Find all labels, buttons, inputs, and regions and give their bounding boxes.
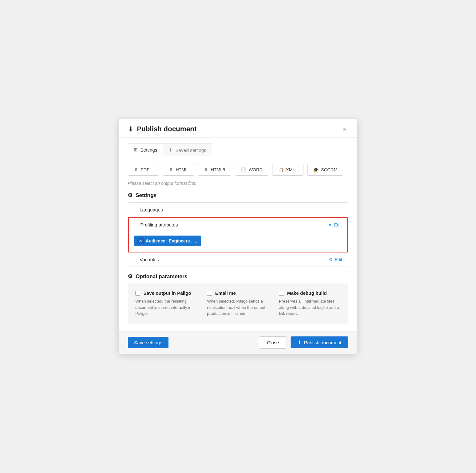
profiling-edit-group[interactable]: ▼ Edit (328, 222, 342, 227)
accordion-variables-left: + Variables (134, 257, 159, 262)
email-me-label: Email me (215, 290, 236, 296)
settings-accordion: + Languages − Profiling attributes ▼ Edi… (128, 202, 348, 267)
debug-build-checkbox[interactable] (279, 291, 284, 296)
settings-tab-icon: ⊞ (134, 147, 138, 153)
settings-section-heading: ⚙ Settings (128, 192, 348, 199)
accordion-profiling-left: − Profiling attributes (134, 222, 178, 227)
html5-icon: 🖥 (204, 167, 208, 172)
profiling-edit-label: Edit (334, 222, 342, 227)
format-word-button[interactable]: 📄 WORD (235, 164, 268, 176)
modal-body: 🗎 PDF 🗎 HTML 🖥 HTML5 📄 WORD 📋 XML 🎓 (119, 156, 357, 331)
settings-tab-label: Settings (140, 147, 157, 153)
modal-title: ⬇ Publish document (128, 125, 197, 133)
scorm-label: SCORM (321, 167, 337, 172)
email-me-header: Email me (207, 290, 269, 296)
xml-icon: 📋 (278, 167, 283, 172)
profiling-label: Profiling attributes (140, 222, 178, 227)
debug-build-label: Make debug build (287, 290, 327, 296)
format-hint: Please select an output format first. (128, 181, 348, 186)
save-settings-button[interactable]: Save settings (128, 337, 168, 348)
accordion-profiling-header[interactable]: − Profiling attributes ▼ Edit (129, 218, 347, 232)
format-scorm-button[interactable]: 🎓 SCORM (307, 164, 343, 176)
gear-icon: ⚙ (329, 257, 333, 262)
tab-settings[interactable]: ⊞ Settings (128, 143, 163, 156)
profiling-toggle-icon: − (134, 222, 137, 227)
accordion-profiling-attributes: − Profiling attributes ▼ Edit ✕ Audience… (128, 217, 348, 252)
modal-title-text: Publish document (137, 125, 197, 133)
scorm-icon: 🎓 (313, 167, 318, 172)
variables-edit-group[interactable]: ⚙ Edit (329, 257, 342, 262)
accordion-variables: + Variables ⚙ Edit (128, 252, 348, 267)
variables-label: Variables (140, 257, 159, 262)
opt-param-debug-build: Make debug build Preserves all intermedi… (279, 290, 341, 317)
format-xml-button[interactable]: 📋 XML (272, 164, 303, 176)
accordion-languages-left: + Languages (134, 207, 163, 212)
variables-toggle-icon: + (134, 257, 137, 262)
accordion-variables-header[interactable]: + Variables ⚙ Edit (128, 252, 348, 267)
tag-audience-label: Audience: (146, 238, 167, 243)
pdf-label: PDF (141, 167, 149, 172)
format-buttons-group: 🗎 PDF 🗎 HTML 🖥 HTML5 📄 WORD 📋 XML 🎓 (128, 164, 348, 176)
publish-button-icon: ⬇ (298, 340, 302, 345)
xml-label: XML (286, 167, 295, 172)
opt-param-email-me: Email me When selected, Paligo sends a n… (207, 290, 269, 317)
html5-label: HTML5 (211, 167, 225, 172)
email-me-checkbox[interactable] (207, 291, 212, 296)
footer-right-actions: Close ⬇ Publish document (259, 336, 348, 349)
tab-saved-settings[interactable]: ⬇ Saved settings (163, 143, 212, 156)
profiling-body: ✕ Audience: Engineers , ... (129, 232, 347, 252)
debug-build-desc: Preserves all intermediate files along w… (279, 298, 341, 317)
filter-icon: ▼ (328, 222, 332, 227)
tag-remove-button[interactable]: ✕ (137, 237, 144, 244)
optional-params-icon: ⚙ (128, 273, 132, 280)
publish-button-label: Publish document (304, 340, 341, 345)
format-html5-button[interactable]: 🖥 HTML5 (198, 164, 231, 176)
save-output-label: Save output in Paligo (143, 290, 191, 296)
publish-button[interactable]: ⬇ Publish document (291, 336, 348, 348)
tag-audience-value: Engineers , ... (169, 238, 197, 243)
publish-document-modal: ⬇ Publish document × ⊞ Settings ⬇ Saved … (119, 119, 357, 354)
accordion-languages: + Languages (128, 203, 348, 217)
tab-bar: ⊞ Settings ⬇ Saved settings (119, 138, 357, 156)
modal-close-button[interactable]: × (341, 125, 348, 133)
optional-params-label: Optional parameters (136, 273, 187, 280)
variables-edit-label: Edit (335, 257, 342, 262)
saved-settings-tab-label: Saved settings (175, 148, 206, 153)
html-icon: 🗎 (169, 167, 173, 172)
saved-settings-tab-icon: ⬇ (169, 147, 173, 153)
format-pdf-button[interactable]: 🗎 PDF (128, 164, 159, 176)
word-label: WORD (249, 167, 262, 172)
languages-toggle-icon: + (134, 207, 137, 212)
optional-params-heading: ⚙ Optional parameters (128, 273, 348, 280)
languages-label: Languages (140, 207, 163, 212)
opt-param-save-output: Save output in Paligo When selected, the… (135, 290, 197, 317)
pdf-icon: 🗎 (134, 167, 138, 172)
debug-build-header: Make debug build (279, 290, 341, 296)
save-output-checkbox[interactable] (135, 291, 140, 296)
publish-title-icon: ⬇ (128, 125, 133, 133)
accordion-languages-header[interactable]: + Languages (128, 203, 348, 217)
settings-heading-label: Settings (136, 192, 157, 199)
email-me-desc: When selected, Paligo sends a notificati… (207, 298, 269, 317)
word-icon: 📄 (241, 167, 246, 172)
save-output-header: Save output in Paligo (135, 290, 197, 296)
html-label: HTML (176, 167, 188, 172)
modal-footer: Save settings Close ⬇ Publish document (119, 331, 357, 354)
close-button[interactable]: Close (259, 336, 287, 349)
format-html-button[interactable]: 🗎 HTML (163, 164, 194, 176)
modal-header: ⬇ Publish document × (119, 119, 357, 138)
save-output-desc: When selected, the resulting document is… (135, 298, 197, 317)
optional-params-box: Save output in Paligo When selected, the… (128, 283, 348, 324)
profiling-tag: ✕ Audience: Engineers , ... (134, 236, 201, 246)
settings-icon: ⚙ (128, 192, 132, 199)
